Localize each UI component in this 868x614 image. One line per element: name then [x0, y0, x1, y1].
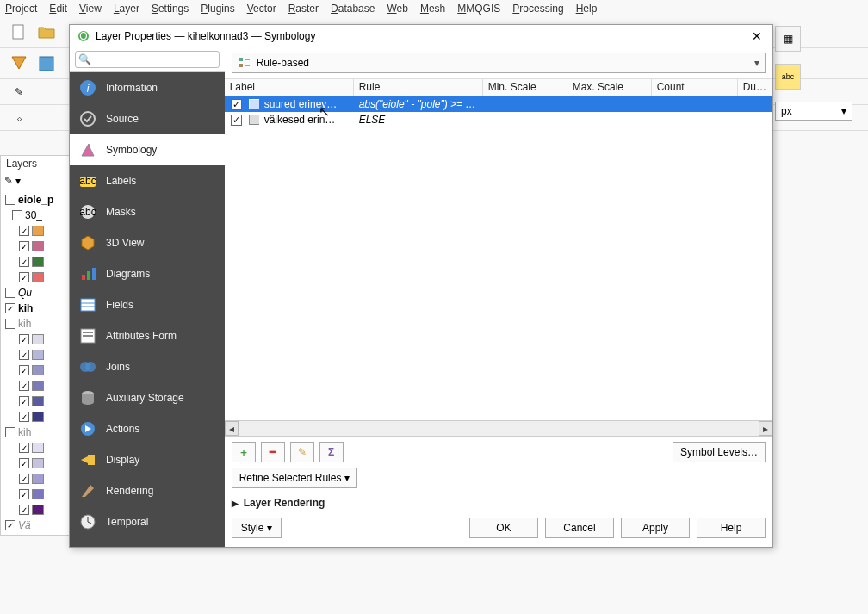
- symbol-levels-button[interactable]: Symbol Levels…: [673, 442, 766, 462]
- edit-icon[interactable]: ✎: [7, 80, 31, 104]
- layer-checkbox[interactable]: ✓: [19, 257, 29, 267]
- layer-row[interactable]: ✓: [3, 440, 68, 456]
- layer-checkbox[interactable]: ✓: [19, 443, 29, 453]
- rule-row[interactable]: ✓väikesed erin…ELSE: [225, 112, 772, 127]
- refine-rules-button[interactable]: Refine Selected Rules ▾: [232, 468, 358, 488]
- sidebar-item-information[interactable]: iInformation: [70, 72, 225, 103]
- layer-row[interactable]: eiole_p: [3, 192, 68, 208]
- layer-checkbox[interactable]: [5, 319, 16, 329]
- layer-row[interactable]: ✓: [3, 332, 68, 347]
- menu-mmqgis[interactable]: MMQGIS: [457, 3, 500, 15]
- sidebar-item-auxstorage[interactable]: Auxiliary Storage: [70, 382, 225, 413]
- layer-checkbox[interactable]: ✓: [19, 489, 29, 499]
- menu-web[interactable]: Web: [387, 3, 407, 15]
- layer-checkbox[interactable]: ✓: [19, 350, 29, 360]
- units-dropdown[interactable]: px ▾: [775, 102, 852, 121]
- layer-checkbox[interactable]: ✓: [5, 520, 16, 530]
- layer-row[interactable]: ✓: [3, 394, 68, 409]
- sidebar-item-3dview[interactable]: 3D View: [70, 227, 225, 258]
- close-icon[interactable]: ✕: [748, 28, 766, 45]
- layer-checkbox[interactable]: ✓: [19, 396, 29, 406]
- layer-checkbox[interactable]: ✓: [19, 505, 29, 515]
- renderer-select[interactable]: Rule-based ▾: [232, 53, 766, 73]
- layer-row[interactable]: ✓: [3, 254, 68, 270]
- col-max-scale[interactable]: Max. Scale: [567, 79, 652, 96]
- col-count[interactable]: Count: [652, 79, 738, 96]
- scroll-left-icon[interactable]: ◂: [225, 421, 239, 436]
- layer-checkbox[interactable]: ✓: [19, 226, 29, 236]
- menu-plugins[interactable]: Plugins: [201, 3, 234, 15]
- new-project-icon[interactable]: [7, 21, 31, 45]
- sidebar-item-actions[interactable]: Actions: [70, 413, 225, 444]
- rules-horizontal-scrollbar[interactable]: ◂ ▸: [225, 420, 772, 436]
- layer-checkbox[interactable]: ✓: [19, 381, 29, 391]
- layer-checkbox[interactable]: ✓: [19, 334, 29, 344]
- sidebar-item-symbology[interactable]: Symbology: [70, 134, 225, 165]
- layer-checkbox[interactable]: [12, 210, 22, 220]
- sidebar-item-labels[interactable]: abcLabels: [70, 165, 225, 196]
- add-raster-icon[interactable]: [34, 52, 59, 76]
- scroll-right-icon[interactable]: ▸: [759, 421, 772, 436]
- table-icon[interactable]: ▦: [775, 26, 801, 52]
- help-button[interactable]: Help: [697, 518, 766, 538]
- layer-row[interactable]: ✓: [3, 270, 68, 285]
- sidebar-item-source[interactable]: Source: [70, 103, 225, 134]
- remove-rule-button[interactable]: ━: [261, 442, 285, 462]
- layer-row[interactable]: ✓: [3, 347, 68, 363]
- ok-button[interactable]: OK: [469, 518, 538, 538]
- col-duplicate[interactable]: Du…: [738, 79, 772, 96]
- menu-mesh[interactable]: Mesh: [420, 3, 445, 15]
- layer-row[interactable]: ✓kih: [3, 301, 68, 316]
- open-folder-icon[interactable]: [34, 21, 59, 45]
- layer-checkbox[interactable]: ✓: [19, 365, 29, 375]
- layer-row[interactable]: ✓: [3, 363, 68, 378]
- sidebar-search-input[interactable]: [75, 51, 220, 68]
- count-features-button[interactable]: Σ: [319, 442, 344, 462]
- sidebar-item-diagrams[interactable]: Diagrams: [70, 258, 225, 289]
- add-rule-button[interactable]: ＋: [232, 442, 256, 462]
- layer-row[interactable]: kih: [3, 316, 68, 332]
- sidebar-item-attributesform[interactable]: Attributes Form: [70, 320, 225, 351]
- layer-row[interactable]: Qu: [3, 285, 68, 301]
- apply-button[interactable]: Apply: [621, 518, 690, 538]
- menu-edit[interactable]: Edit: [49, 3, 67, 15]
- menu-raster[interactable]: Raster: [288, 3, 319, 15]
- labels-abc-icon[interactable]: abc: [775, 64, 801, 90]
- menu-processing[interactable]: Processing: [512, 3, 563, 15]
- layer-checkbox[interactable]: ✓: [19, 241, 29, 251]
- rule-checkbox[interactable]: ✓: [231, 99, 242, 110]
- menu-layer[interactable]: Layer: [114, 3, 140, 15]
- menu-help[interactable]: Help: [576, 3, 598, 15]
- layer-row[interactable]: ✓: [3, 471, 68, 487]
- layer-row[interactable]: 30_: [3, 208, 68, 223]
- layer-checkbox[interactable]: [5, 427, 16, 437]
- sidebar-item-fields[interactable]: Fields: [70, 289, 225, 320]
- layers-toolbar-icon[interactable]: ✎: [4, 175, 13, 187]
- menu-vector[interactable]: Vector: [247, 3, 276, 15]
- menu-project[interactable]: Project: [5, 3, 37, 15]
- layer-checkbox[interactable]: ✓: [5, 303, 16, 313]
- sidebar-item-rendering[interactable]: Rendering: [70, 475, 225, 506]
- layer-checkbox[interactable]: [5, 288, 16, 298]
- layer-row[interactable]: ✓: [3, 487, 68, 502]
- layer-checkbox[interactable]: ✓: [19, 412, 29, 422]
- layer-checkbox[interactable]: ✓: [19, 458, 29, 468]
- vertex-tool-icon[interactable]: ⬦: [7, 106, 31, 130]
- menu-view[interactable]: View: [79, 3, 102, 15]
- menu-database[interactable]: Database: [331, 3, 375, 15]
- layer-row[interactable]: ✓: [3, 456, 68, 471]
- rule-row[interactable]: ✓suured erinev…abs("eiole" - "pole") >= …: [225, 96, 772, 112]
- layer-checkbox[interactable]: ✓: [19, 272, 29, 282]
- layer-checkbox[interactable]: [5, 195, 16, 205]
- layer-rendering-section[interactable]: ▶ Layer Rendering: [225, 493, 772, 512]
- menu-settings[interactable]: Settings: [152, 3, 189, 15]
- layer-checkbox[interactable]: ✓: [19, 474, 29, 484]
- col-rule[interactable]: Rule: [354, 79, 483, 96]
- add-vector-icon[interactable]: [7, 52, 31, 76]
- layers-filter-icon[interactable]: ▾: [16, 175, 21, 187]
- sidebar-item-joins[interactable]: Joins: [70, 351, 225, 382]
- col-label[interactable]: Label: [225, 79, 354, 96]
- layer-row[interactable]: ✓: [3, 378, 68, 394]
- layer-row[interactable]: kih: [3, 425, 68, 440]
- cancel-button[interactable]: Cancel: [545, 518, 614, 538]
